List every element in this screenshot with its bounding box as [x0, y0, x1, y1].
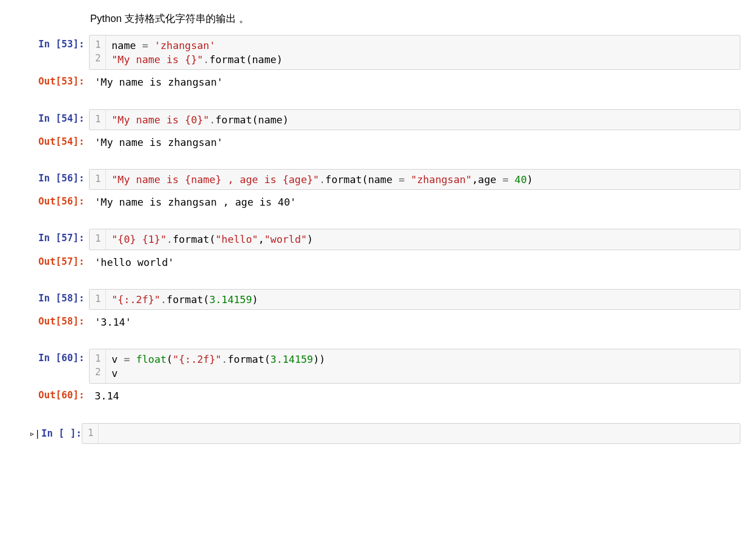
code-token: [130, 353, 136, 365]
output-content: '3.14': [89, 312, 746, 332]
line-number: 1: [94, 292, 101, 306]
code-token: .: [167, 233, 173, 245]
code-input-area[interactable]: 1"My name is {0}".format(name): [89, 109, 740, 130]
code-content[interactable]: "My name is {name} , age is {age}".forma…: [106, 170, 539, 189]
code-token: ): [252, 294, 258, 305]
input-prompt: In [ ]:: [41, 428, 82, 439]
output-cell: Out[56]:'My name is zhangsan , age is 40…: [0, 192, 746, 212]
output-prompt: Out[53]:: [8, 72, 89, 92]
code-token: (: [362, 174, 368, 185]
code-token: =: [398, 174, 405, 185]
code-token: v: [112, 353, 118, 365]
code-token: "{:.2f}": [112, 294, 161, 305]
code-token: age: [478, 174, 496, 185]
markdown-cell: Python 支持格式化字符串的输出 。: [90, 11, 746, 35]
code-token: (: [209, 233, 215, 245]
code-input-area[interactable]: 1"{0} {1}".format("hello","world"): [89, 229, 740, 250]
line-number: 1: [94, 352, 101, 366]
line-number-gutter: 1: [82, 424, 99, 443]
line-number-gutter: 1: [90, 110, 106, 130]
input-prompt: In [54]:: [8, 109, 89, 130]
code-token: (: [167, 353, 173, 365]
code-token: format: [215, 114, 252, 126]
input-prompt: In [57]:: [8, 229, 89, 250]
input-prompt: In [58]:: [8, 289, 89, 310]
code-token: "My name is {name} , age is {age}": [112, 174, 319, 185]
code-token: 40: [514, 174, 527, 185]
line-number-gutter: 12: [90, 35, 106, 69]
output-cell: Out[53]:'My name is zhangsan': [0, 72, 746, 92]
line-number: 1: [94, 38, 101, 52]
line-number: 2: [94, 366, 101, 379]
code-content[interactable]: [99, 424, 116, 443]
input-prompt: In [53]:: [8, 35, 89, 70]
code-content[interactable]: "{0} {1}".format("hello","world"): [106, 229, 319, 249]
code-content[interactable]: "My name is {0}".format(name): [106, 110, 294, 130]
code-token: .: [203, 54, 210, 65]
code-token: =: [503, 174, 509, 185]
code-input-area[interactable]: 1: [82, 423, 740, 444]
code-token: format: [325, 174, 362, 185]
code-token: ): [313, 353, 319, 365]
code-cell[interactable]: In [54]:1"My name is {0}".format(name): [0, 109, 746, 130]
code-token: =: [124, 353, 130, 365]
code-token: .: [221, 353, 228, 365]
code-token: [393, 174, 399, 185]
line-number-gutter: 1: [90, 170, 106, 189]
code-token: (: [252, 114, 258, 126]
code-cell[interactable]: In [57]:1"{0} {1}".format("hello","world…: [0, 229, 746, 250]
code-token: "{0} {1}": [112, 233, 167, 245]
output-cell: Out[58]:'3.14': [0, 312, 746, 332]
input-prompt: In [56]:: [8, 169, 89, 190]
output-content: 'My name is zhangsan': [89, 72, 746, 92]
code-input-area[interactable]: 12v = float("{:.2f}".format(3.14159)) v: [89, 349, 740, 384]
code-input-area[interactable]: 1"My name is {name} , age is {age}".form…: [89, 169, 740, 190]
code-token: "{:.2f}": [172, 353, 221, 365]
code-token: ): [282, 114, 288, 126]
code-token: ): [319, 353, 326, 365]
code-token: (: [246, 54, 252, 65]
code-token: format: [209, 54, 246, 65]
code-input-area[interactable]: 12name = 'zhangsan' "My name is {}".form…: [89, 35, 740, 70]
code-token: (: [264, 353, 270, 365]
code-token: [148, 39, 154, 51]
code-token: ,: [258, 233, 264, 245]
code-cell[interactable]: In [60]:12v = float("{:.2f}".format(3.14…: [0, 349, 746, 384]
code-token: ): [307, 233, 313, 245]
code-token: 3.14159: [270, 353, 313, 365]
code-token: [405, 174, 411, 185]
code-cell-active[interactable]: ▹|In [ ]:1: [0, 423, 746, 444]
output-cell: Out[54]:'My name is zhangsan': [0, 132, 746, 152]
output-cell: Out[60]:3.14: [0, 386, 746, 406]
code-token: 'zhangsan': [154, 39, 215, 51]
code-token: [496, 174, 503, 185]
code-content[interactable]: name = 'zhangsan' "My name is {}".format…: [106, 35, 288, 69]
run-cell-icon[interactable]: ▹|: [29, 428, 40, 439]
line-number: 1: [94, 113, 101, 126]
output-content: 'My name is zhangsan': [89, 132, 746, 152]
code-token: [136, 39, 142, 51]
code-token: [509, 174, 515, 185]
code-token: v: [112, 367, 118, 379]
output-prompt: Out[57]:: [8, 252, 89, 272]
code-token: =: [142, 39, 148, 51]
code-cell[interactable]: In [56]:1"My name is {name} , age is {ag…: [0, 169, 746, 190]
output-prompt: Out[56]:: [8, 192, 89, 212]
line-number: 1: [87, 426, 94, 440]
code-cell[interactable]: In [53]:12name = 'zhangsan' "My name is …: [0, 35, 746, 70]
code-token: ): [277, 54, 283, 65]
code-token: ,: [472, 174, 478, 185]
code-content[interactable]: v = float("{:.2f}".format(3.14159)) v: [106, 349, 331, 383]
code-cell[interactable]: In [58]:1"{:.2f}".format(3.14159): [0, 289, 746, 310]
code-input-area[interactable]: 1"{:.2f}".format(3.14159): [89, 289, 740, 310]
code-token: format: [167, 294, 203, 305]
code-token: .: [209, 114, 215, 126]
code-content[interactable]: "{:.2f}".format(3.14159): [106, 290, 264, 309]
output-content: 3.14: [89, 386, 746, 406]
code-token: 3.14159: [209, 294, 252, 305]
code-token: .: [161, 294, 167, 305]
code-token: [118, 353, 124, 365]
line-number: 2: [94, 52, 101, 65]
code-token: .: [319, 174, 325, 185]
output-content: 'My name is zhangsan , age is 40': [89, 192, 746, 212]
